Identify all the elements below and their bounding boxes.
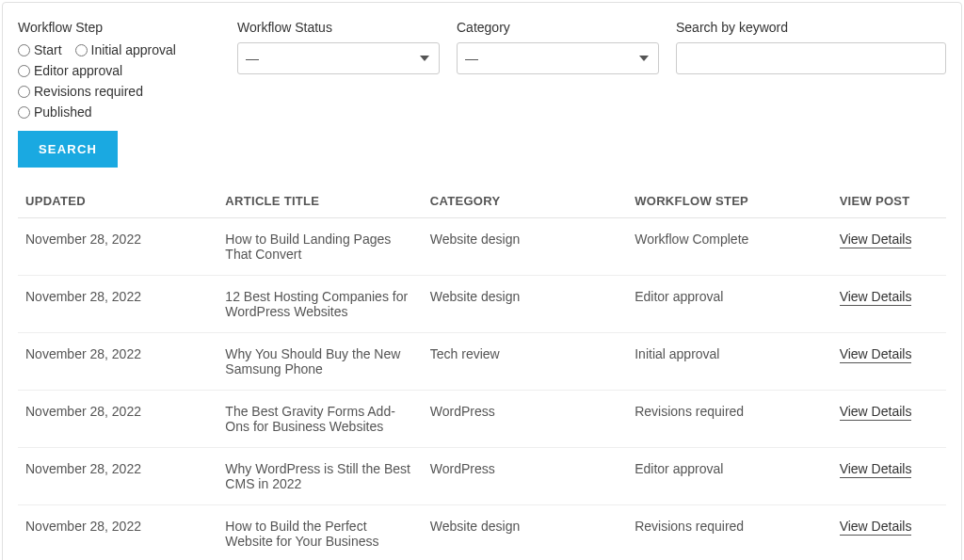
category-filter: Category — (457, 20, 659, 74)
workflow-panel: Workflow Step Start Initial approval Edi… (2, 2, 962, 560)
radio-initial-approval-label: Initial approval (91, 42, 176, 57)
table-row: November 28, 2022How to Build Landing Pa… (18, 218, 946, 276)
cell-updated: November 28, 2022 (18, 391, 217, 448)
table-row: November 28, 2022How to Build the Perfec… (18, 505, 946, 561)
radio-initial-approval[interactable]: Initial approval (75, 42, 176, 57)
view-details-link[interactable]: View Details (840, 404, 912, 421)
cell-title: Why You Should Buy the New Samsung Phone (217, 333, 422, 391)
filters-row: Workflow Step Start Initial approval Edi… (18, 20, 946, 120)
cell-updated: November 28, 2022 (18, 218, 217, 276)
col-header-category: CATEGORY (423, 184, 627, 218)
search-button[interactable]: SEARCH (18, 131, 118, 168)
cell-step: Revisions required (627, 505, 831, 561)
radio-revisions-required-label: Revisions required (34, 84, 143, 99)
workflow-status-label: Workflow Status (237, 20, 440, 35)
keyword-input[interactable] (676, 42, 946, 74)
table-row: November 28, 2022Why WordPress is Still … (18, 448, 946, 505)
radio-start[interactable]: Start (18, 42, 62, 57)
cell-category: Website design (423, 218, 627, 276)
cell-view: View Details (832, 391, 946, 448)
radio-revisions-required[interactable]: Revisions required (18, 84, 143, 99)
view-details-link[interactable]: View Details (840, 289, 912, 306)
cell-view: View Details (832, 218, 946, 276)
cell-step: Editor approval (627, 276, 831, 333)
cell-step: Revisions required (627, 391, 831, 448)
workflow-step-filter: Workflow Step Start Initial approval Edi… (18, 20, 220, 120)
radio-published-input[interactable] (18, 106, 30, 119)
table-row: November 28, 2022Why You Should Buy the … (18, 333, 946, 391)
col-header-step: WORKFLOW STEP (627, 184, 831, 218)
workflow-step-radios: Start Initial approval Editor approval R… (18, 42, 220, 120)
view-details-link[interactable]: View Details (840, 461, 912, 478)
cell-view: View Details (832, 276, 946, 333)
cell-updated: November 28, 2022 (18, 448, 217, 505)
cell-updated: November 28, 2022 (18, 333, 217, 391)
cell-title: How to Build the Perfect Website for You… (217, 505, 422, 561)
radio-published[interactable]: Published (18, 104, 92, 120)
cell-updated: November 28, 2022 (18, 276, 217, 333)
cell-step: Workflow Complete (627, 218, 831, 276)
cell-step: Editor approval (627, 448, 831, 505)
cell-view: View Details (832, 448, 946, 505)
cell-view: View Details (832, 505, 946, 561)
col-header-title: ARTICLE TITLE (217, 184, 422, 218)
workflow-status-filter: Workflow Status — (237, 20, 440, 74)
workflow-step-label: Workflow Step (18, 20, 220, 35)
cell-title: The Best Gravity Forms Add-Ons for Busin… (217, 391, 422, 448)
keyword-label: Search by keyword (676, 20, 946, 35)
col-header-view: VIEW POST (832, 184, 946, 218)
radio-revisions-required-input[interactable] (18, 86, 30, 98)
table-row: November 28, 2022The Best Gravity Forms … (18, 391, 946, 448)
keyword-filter: Search by keyword (676, 20, 946, 74)
view-details-link[interactable]: View Details (840, 519, 912, 536)
radio-published-label: Published (34, 104, 92, 120)
radio-editor-approval[interactable]: Editor approval (18, 63, 122, 78)
radio-editor-approval-input[interactable] (18, 65, 30, 77)
radio-start-label: Start (34, 42, 62, 57)
cell-category: Website design (423, 505, 627, 561)
view-details-link[interactable]: View Details (840, 232, 912, 248)
cell-category: Tech review (423, 333, 627, 391)
cell-category: WordPress (423, 448, 627, 505)
cell-category: WordPress (423, 391, 627, 448)
category-select[interactable]: — (457, 42, 659, 74)
view-details-link[interactable]: View Details (840, 346, 912, 363)
results-table: UPDATED ARTICLE TITLE CATEGORY WORKFLOW … (18, 184, 946, 560)
cell-category: Website design (423, 276, 627, 333)
cell-title: 12 Best Hosting Companies for WordPress … (217, 276, 422, 333)
table-row: November 28, 202212 Best Hosting Compani… (18, 276, 946, 333)
workflow-status-select[interactable]: — (237, 42, 440, 74)
category-label: Category (457, 20, 659, 35)
cell-updated: November 28, 2022 (18, 505, 217, 561)
radio-editor-approval-label: Editor approval (34, 63, 122, 78)
radio-start-input[interactable] (18, 44, 30, 56)
col-header-updated: UPDATED (18, 184, 217, 218)
cell-step: Initial approval (627, 333, 831, 391)
cell-view: View Details (832, 333, 946, 391)
cell-title: How to Build Landing Pages That Convert (217, 218, 422, 276)
cell-title: Why WordPress is Still the Best CMS in 2… (217, 448, 422, 505)
radio-initial-approval-input[interactable] (75, 44, 88, 56)
